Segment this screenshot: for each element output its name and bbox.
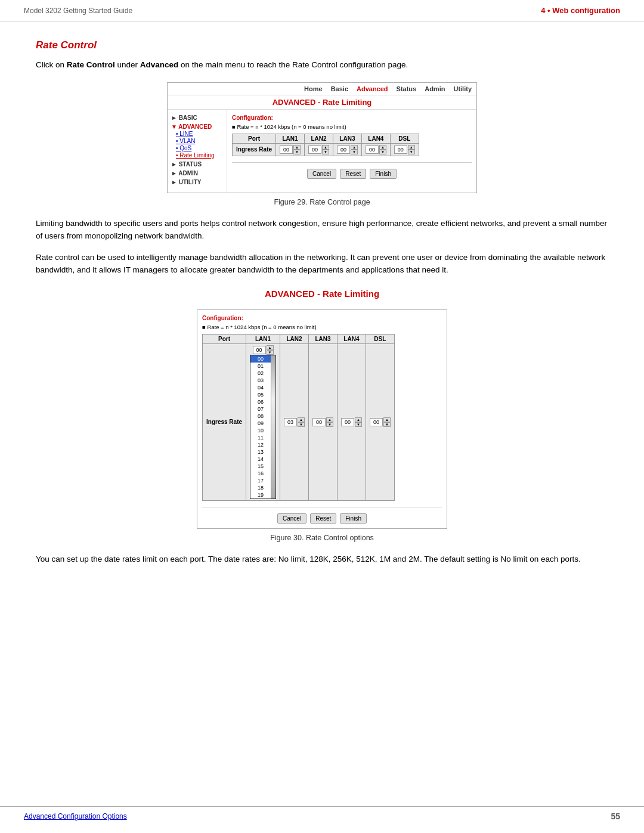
dsl-spinner[interactable]: ▲ ▼ bbox=[408, 145, 415, 154]
rate-table-2: Port LAN1 LAN2 LAN3 LAN4 DSL Ingress Rat… bbox=[202, 334, 395, 501]
ingress2-lan1[interactable]: ▲ ▼ 00 01 bbox=[246, 343, 280, 500]
dsl-input-2[interactable] bbox=[370, 418, 383, 426]
dd-item-12[interactable]: 12 bbox=[250, 441, 271, 448]
lan3-spinner[interactable]: ▲ ▼ bbox=[351, 145, 358, 154]
ingress2-lan2[interactable]: ▲ ▼ bbox=[280, 343, 309, 500]
cancel-button-1[interactable]: Cancel bbox=[307, 169, 336, 179]
lan3-spinner-2[interactable]: ▲ ▼ bbox=[326, 417, 333, 427]
dd-item-11[interactable]: 11 bbox=[250, 434, 271, 441]
dd-item-08[interactable]: 08 bbox=[250, 413, 271, 420]
lan4-input-2[interactable] bbox=[341, 418, 354, 426]
sidebar-rate-limiting[interactable]: • Rate Limiting bbox=[171, 152, 223, 159]
dsl-up-2[interactable]: ▲ bbox=[383, 417, 391, 422]
dd-item-02[interactable]: 02 bbox=[250, 370, 271, 377]
dd-item-10[interactable]: 10 bbox=[250, 427, 271, 434]
lan1-spinner[interactable]: ▲ ▼ bbox=[293, 145, 301, 154]
lan1-input[interactable] bbox=[280, 145, 293, 154]
dd-item-13[interactable]: 13 bbox=[250, 448, 271, 456]
dd-item-04[interactable]: 04 bbox=[250, 384, 271, 391]
dd-item-03[interactable]: 03 bbox=[250, 377, 271, 384]
dsl-down[interactable]: ▼ bbox=[408, 150, 415, 154]
dd-item-14[interactable]: 14 bbox=[250, 456, 271, 463]
ingress2-dsl[interactable]: ▲ ▼ bbox=[366, 343, 394, 500]
section-title: Rate Control bbox=[36, 39, 608, 51]
lan3-down-2[interactable]: ▼ bbox=[326, 422, 333, 427]
lan1-down-2[interactable]: ▼ bbox=[267, 350, 274, 355]
cancel-button-2[interactable]: Cancel bbox=[277, 513, 306, 524]
dd-item-05[interactable]: 05 bbox=[250, 391, 271, 398]
lan4-down[interactable]: ▼ bbox=[379, 150, 386, 154]
lan4-input[interactable] bbox=[366, 145, 379, 154]
dd-item-19[interactable]: 19 bbox=[250, 491, 271, 498]
lan1-spinner-2[interactable]: ▲ ▼ bbox=[267, 345, 274, 355]
lan2-up[interactable]: ▲ bbox=[322, 145, 329, 150]
lan2-spinner[interactable]: ▲ ▼ bbox=[322, 145, 329, 154]
footer-left[interactable]: Advanced Configuration Options bbox=[24, 812, 127, 820]
lan1-up[interactable]: ▲ bbox=[293, 145, 301, 150]
dd-item-15[interactable]: 15 bbox=[250, 463, 271, 470]
lan1-input-2[interactable] bbox=[253, 346, 266, 354]
dd-item-06[interactable]: 06 bbox=[250, 398, 271, 405]
sidebar-utility[interactable]: ► UTILITY bbox=[171, 179, 223, 185]
lan2-up-2[interactable]: ▲ bbox=[298, 417, 305, 422]
finish-button-2[interactable]: Finish bbox=[340, 513, 367, 524]
dsl-input[interactable] bbox=[394, 145, 407, 154]
sidebar-line[interactable]: • LINE bbox=[171, 131, 223, 137]
lan1-down[interactable]: ▼ bbox=[293, 150, 301, 154]
nav-basic[interactable]: Basic bbox=[331, 85, 348, 92]
lan2-spinner-2[interactable]: ▲ ▼ bbox=[298, 417, 305, 427]
sidebar-vlan[interactable]: • VLAN bbox=[171, 138, 223, 144]
model-text: Model 3202 Getting Started Guide bbox=[24, 7, 132, 15]
dd-item-17[interactable]: 17 bbox=[250, 477, 271, 484]
dsl-down-2[interactable]: ▼ bbox=[383, 422, 391, 427]
sidebar-status[interactable]: ► STATUS bbox=[171, 161, 223, 168]
sidebar-qos[interactable]: • QoS bbox=[171, 145, 223, 151]
lan4-up-2[interactable]: ▲ bbox=[355, 417, 362, 422]
ingress-lan1[interactable]: ▲ ▼ bbox=[276, 143, 305, 156]
lan3-up-2[interactable]: ▲ bbox=[326, 417, 333, 422]
nav-home[interactable]: Home bbox=[304, 85, 323, 92]
finish-button-1[interactable]: Finish bbox=[370, 169, 397, 179]
rate-table-1: Port LAN1 LAN2 LAN3 LAN4 DSL Ingress Rat… bbox=[232, 134, 419, 156]
reset-button-2[interactable]: Reset bbox=[310, 513, 336, 524]
dd-item-09[interactable]: 09 bbox=[250, 420, 271, 427]
lan4-spinner[interactable]: ▲ ▼ bbox=[379, 145, 386, 154]
scrollbar[interactable] bbox=[271, 355, 275, 498]
button-row-1: Cancel Reset Finish bbox=[232, 169, 472, 179]
lan4-down-2[interactable]: ▼ bbox=[355, 422, 362, 427]
dd-item-16[interactable]: 16 bbox=[250, 470, 271, 477]
ingress2-lan3[interactable]: ▲ ▼ bbox=[308, 343, 337, 500]
dd-item-07[interactable]: 07 bbox=[250, 405, 271, 413]
lan2-down[interactable]: ▼ bbox=[322, 150, 329, 154]
sidebar-advanced[interactable]: ▼ ADVANCED bbox=[171, 123, 223, 130]
ingress-lan4[interactable]: ▲ ▼ bbox=[361, 143, 390, 156]
sidebar-admin[interactable]: ► ADMIN bbox=[171, 170, 223, 176]
lan4-spinner-2[interactable]: ▲ ▼ bbox=[355, 417, 362, 427]
nav-status[interactable]: Status bbox=[397, 85, 417, 92]
dd-item-01[interactable]: 01 bbox=[250, 363, 271, 370]
nav-advanced[interactable]: Advanced bbox=[357, 85, 388, 92]
ingress2-lan4[interactable]: ▲ ▼ bbox=[337, 343, 366, 500]
dd-item-18[interactable]: 18 bbox=[250, 484, 271, 491]
dd-item-00[interactable]: 00 bbox=[250, 355, 271, 363]
dsl-spinner-2[interactable]: ▲ ▼ bbox=[383, 417, 391, 427]
nav-admin[interactable]: Admin bbox=[425, 85, 445, 92]
lan1-up-2[interactable]: ▲ bbox=[267, 345, 274, 350]
lan2-input[interactable] bbox=[308, 145, 321, 154]
lan3-input[interactable] bbox=[337, 145, 350, 154]
lan2-input-2[interactable] bbox=[284, 418, 297, 426]
lan4-up[interactable]: ▲ bbox=[379, 145, 386, 150]
lan3-input-2[interactable] bbox=[312, 418, 326, 426]
lan3-down[interactable]: ▼ bbox=[351, 150, 358, 154]
lan3-up[interactable]: ▲ bbox=[351, 145, 358, 150]
col2-lan4: LAN4 bbox=[337, 334, 366, 343]
ingress-dsl[interactable]: ▲ ▼ bbox=[390, 143, 419, 156]
ingress-lan3[interactable]: ▲ ▼ bbox=[333, 143, 361, 156]
reset-button-1[interactable]: Reset bbox=[340, 169, 366, 179]
dropdown-list: 00 01 02 03 04 05 06 07 bbox=[250, 355, 276, 499]
dsl-up[interactable]: ▲ bbox=[408, 145, 415, 150]
nav-utility[interactable]: Utility bbox=[453, 85, 472, 92]
ingress-lan2[interactable]: ▲ ▼ bbox=[304, 143, 333, 156]
lan2-down-2[interactable]: ▼ bbox=[298, 422, 305, 427]
sidebar-basic[interactable]: ► BASIC bbox=[171, 114, 223, 121]
